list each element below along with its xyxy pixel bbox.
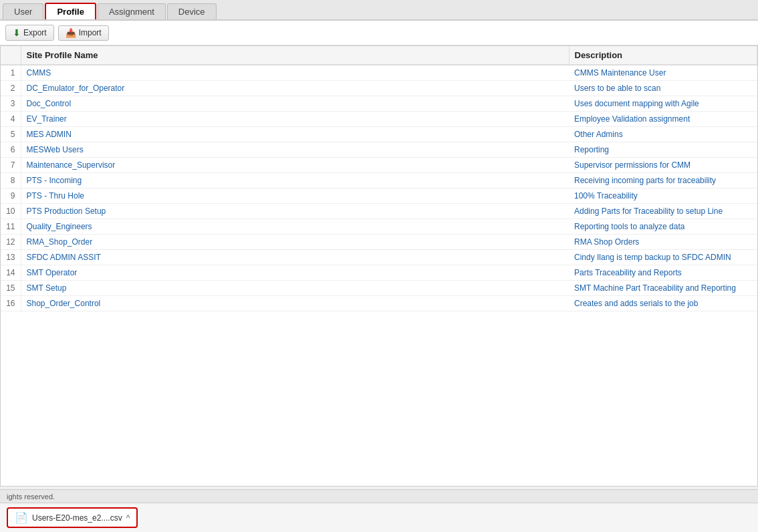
table-row[interactable]: 12 RMA_Shop_Order RMA Shop Orders	[1, 235, 757, 250]
table-row[interactable]: 3 Doc_Control Uses document mapping with…	[1, 96, 757, 112]
col-desc-header: Description	[569, 46, 757, 65]
main-content: Site Profile Name Description 1 CMMS CMM…	[0, 45, 758, 487]
row-name[interactable]: Doc_Control	[21, 96, 569, 112]
export-label: Export	[23, 28, 47, 37]
table-row[interactable]: 7 Maintenance_Supervisor Supervisor perm…	[1, 158, 757, 173]
row-desc: SMT Machine Part Traceability and Report…	[569, 281, 757, 296]
row-num: 4	[1, 112, 21, 127]
table-row[interactable]: 1 CMMS CMMS Maintenance User	[1, 65, 757, 81]
row-num: 1	[1, 65, 21, 81]
row-name[interactable]: MESWeb Users	[21, 142, 569, 158]
row-name[interactable]: SMT Operator	[21, 265, 569, 281]
row-desc: Adding Parts for Traceability to setup L…	[569, 204, 757, 219]
footer-text: ights reserved.	[7, 493, 55, 501]
row-desc: 100% Traceability	[569, 188, 757, 204]
row-name[interactable]: Quality_Engineers	[21, 219, 569, 235]
row-num: 13	[1, 250, 21, 265]
tab-profile[interactable]: Profile	[45, 3, 96, 19]
row-num: 2	[1, 81, 21, 96]
row-desc: Reporting	[569, 142, 757, 158]
row-num: 8	[1, 173, 21, 188]
row-name[interactable]: PTS - Thru Hole	[21, 188, 569, 204]
row-desc: Supervisor permissions for CMM	[569, 158, 757, 173]
row-name[interactable]: CMMS	[21, 65, 569, 81]
row-desc: Employee Validation assignment	[569, 112, 757, 127]
row-desc: Reporting tools to analyze data	[569, 219, 757, 235]
row-desc: CMMS Maintenance User	[569, 65, 757, 81]
row-num: 9	[1, 188, 21, 204]
row-desc: Uses document mapping with Agile	[569, 96, 757, 112]
table-row[interactable]: 9 PTS - Thru Hole 100% Traceability	[1, 188, 757, 204]
table-row[interactable]: 6 MESWeb Users Reporting	[1, 142, 757, 158]
row-num: 5	[1, 127, 21, 142]
tab-bar: UserProfileAssignmentDevice	[0, 0, 758, 21]
table-row[interactable]: 16 Shop_Order_Control Creates and adds s…	[1, 296, 757, 311]
row-name[interactable]: PTS Production Setup	[21, 204, 569, 219]
row-desc: Cindy Ilang is temp backup to SFDC ADMIN	[569, 250, 757, 265]
row-num: 7	[1, 158, 21, 173]
import-icon: 📥	[66, 28, 76, 38]
tab-user[interactable]: User	[3, 3, 43, 19]
row-name[interactable]: PTS - Incoming	[21, 173, 569, 188]
table-row[interactable]: 10 PTS Production Setup Adding Parts for…	[1, 204, 757, 219]
profile-table: Site Profile Name Description 1 CMMS CMM…	[1, 46, 757, 311]
table-row[interactable]: 8 PTS - Incoming Receiving incoming part…	[1, 173, 757, 188]
footer-bar: ights reserved.	[0, 489, 758, 503]
row-num: 6	[1, 142, 21, 158]
row-desc: Users to be able to scan	[569, 81, 757, 96]
table-row[interactable]: 5 MES ADMIN Other Admins	[1, 127, 757, 142]
table-row[interactable]: 13 SFDC ADMIN ASSIT Cindy Ilang is temp …	[1, 250, 757, 265]
row-name[interactable]: DC_Emulator_for_Operator	[21, 81, 569, 96]
table-row[interactable]: 15 SMT Setup SMT Machine Part Traceabili…	[1, 281, 757, 296]
row-num: 16	[1, 296, 21, 311]
row-num: 3	[1, 96, 21, 112]
row-num: 15	[1, 281, 21, 296]
table-row[interactable]: 11 Quality_Engineers Reporting tools to …	[1, 219, 757, 235]
table-row[interactable]: 14 SMT Operator Parts Traceability and R…	[1, 265, 757, 281]
table-header-row: Site Profile Name Description	[1, 46, 757, 65]
download-bar: 📄 Users-E20-mes_e2....csv ^	[0, 503, 758, 503]
row-desc: Other Admins	[569, 127, 757, 142]
row-name[interactable]: SFDC ADMIN ASSIT	[21, 250, 569, 265]
export-button[interactable]: ⬇ Export	[5, 25, 54, 41]
row-name[interactable]: MES ADMIN	[21, 127, 569, 142]
import-label: Import	[79, 28, 102, 37]
row-desc: RMA Shop Orders	[569, 235, 757, 250]
row-num: 14	[1, 265, 21, 281]
table-row[interactable]: 4 EV_Trainer Employee Validation assignm…	[1, 112, 757, 127]
row-name[interactable]: Shop_Order_Control	[21, 296, 569, 311]
row-name[interactable]: SMT Setup	[21, 281, 569, 296]
row-desc: Receiving incoming parts for traceabilit…	[569, 173, 757, 188]
row-name[interactable]: Maintenance_Supervisor	[21, 158, 569, 173]
col-name-header: Site Profile Name	[21, 46, 569, 65]
toolbar: ⬇ Export 📥 Import	[0, 21, 758, 45]
row-num: 12	[1, 235, 21, 250]
row-name[interactable]: RMA_Shop_Order	[21, 235, 569, 250]
row-desc: Creates and adds serials to the job	[569, 296, 757, 311]
import-button[interactable]: 📥 Import	[58, 25, 109, 41]
tab-assignment[interactable]: Assignment	[98, 3, 166, 19]
row-num: 10	[1, 204, 21, 219]
row-num: 11	[1, 219, 21, 235]
table-row[interactable]: 2 DC_Emulator_for_Operator Users to be a…	[1, 81, 757, 96]
col-number-header	[1, 46, 21, 65]
row-desc: Parts Traceability and Reports	[569, 265, 757, 281]
row-name[interactable]: EV_Trainer	[21, 112, 569, 127]
tab-device[interactable]: Device	[167, 3, 217, 19]
export-icon: ⬇	[13, 27, 21, 38]
